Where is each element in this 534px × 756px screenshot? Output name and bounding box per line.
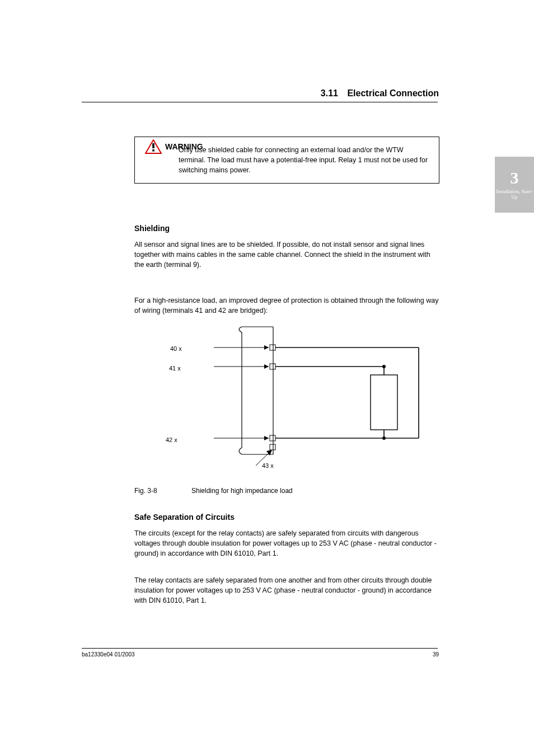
section-number: 3.11 — [321, 88, 338, 98]
svg-marker-15 — [264, 436, 269, 440]
safe-separation-para-2: The relay contacts are safely separated … — [134, 575, 439, 605]
warning-title-row: WARNING — [145, 139, 203, 154]
svg-marker-11 — [264, 345, 269, 350]
thumb-number: 3 — [510, 170, 519, 186]
fig-label-41: 41 x — [169, 365, 181, 372]
thumb-tab: 3 Installation, Start-Up — [495, 157, 534, 213]
svg-rect-2 — [152, 149, 154, 152]
section-header: 3.11 Electrical Connection — [321, 88, 439, 98]
bottom-rule — [82, 648, 438, 649]
fig-label-40: 40 x — [170, 345, 182, 352]
shielding-para-1: All sensor and signal lines are to be sh… — [134, 240, 439, 270]
warning-box: WARNING Only use shielded cable for conn… — [134, 137, 439, 184]
svg-point-24 — [382, 365, 386, 368]
warning-text: Only use shielded cable for connecting a… — [179, 145, 429, 175]
wiring-diagram — [214, 319, 432, 481]
warning-title: WARNING — [165, 141, 203, 152]
fig-label-42: 42 x — [166, 436, 177, 443]
svg-rect-6 — [270, 345, 275, 350]
figure-caption-number: Fig. 3-8 — [134, 487, 157, 495]
shielding-heading: Shielding — [134, 224, 170, 233]
svg-rect-8 — [270, 435, 275, 441]
safe-separation-para-1: The circuits (except for the relay conta… — [134, 528, 439, 558]
svg-rect-7 — [270, 364, 275, 369]
footer-page-number: 39 — [433, 651, 439, 658]
svg-rect-9 — [270, 444, 275, 450]
figure-caption-text: Shielding for high impedance load — [191, 487, 293, 495]
shielding-para-2: For a high-resistance load, an improved … — [134, 295, 439, 316]
svg-rect-18 — [371, 375, 397, 430]
thumb-label: Installation, Start-Up — [495, 189, 534, 200]
footer-left: ba12330e04 01/2003 — [82, 651, 135, 658]
svg-marker-13 — [264, 364, 269, 369]
section-title: Electrical Connection — [347, 88, 439, 98]
warning-icon — [145, 139, 162, 154]
safe-separation-heading: Safe Separation of Circuits — [134, 513, 235, 522]
top-rule — [82, 102, 438, 102]
svg-rect-1 — [152, 143, 154, 148]
